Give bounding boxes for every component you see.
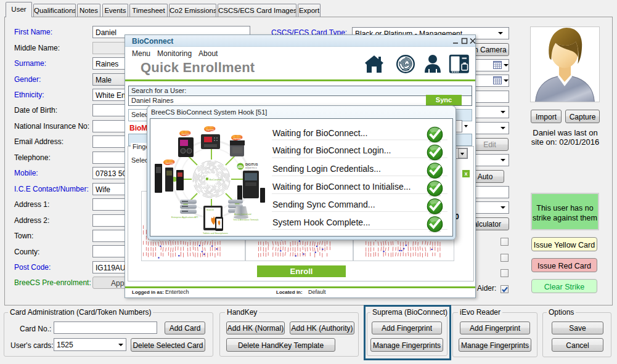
svg-text:BioConnect: BioConnect [210, 179, 223, 181]
svg-text:suprema: suprema [234, 137, 242, 140]
svg-text:suprema: suprema [182, 133, 190, 135]
svg-text:suprema: suprema [166, 162, 174, 164]
svg-text:Time & Attendance Terminals: Time & Attendance Terminals [233, 219, 259, 221]
svg-text:suprema: suprema [206, 129, 215, 131]
svg-text:Tablets and Smartphones: Tablets and Smartphones [203, 232, 228, 235]
svg-text:BIOMETRICS: BIOMETRICS [245, 167, 257, 169]
svg-text:Enterprise Applications API: Enterprise Applications API [171, 216, 198, 219]
svg-text:DIGITUS: DIGITUS [245, 163, 258, 166]
svg-text:BreeCS: BreeCS [206, 209, 215, 211]
svg-text:db: db [238, 164, 243, 169]
svg-text:Access Control and: Access Control and [234, 213, 251, 216]
